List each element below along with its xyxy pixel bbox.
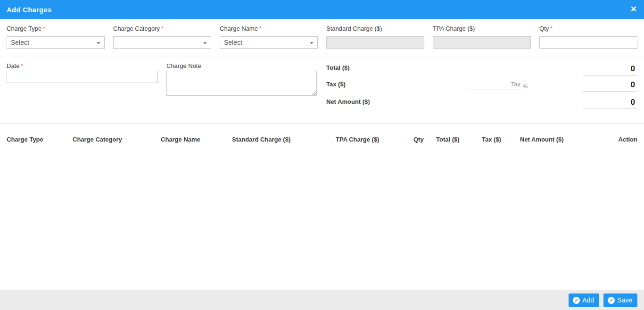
col-standard-charge: Standard Charge ($)	[232, 124, 336, 147]
charge-type-field: Charge Type* Select	[7, 25, 105, 57]
add-button[interactable]: ✓ Add	[569, 293, 599, 307]
charge-name-field: Charge Name* Select	[220, 25, 318, 57]
standard-charge-label: Standard Charge ($)	[326, 25, 424, 32]
close-icon[interactable]: ✕	[630, 5, 637, 14]
required-asterisk: *	[550, 25, 553, 32]
charge-type-select-value: Select	[11, 39, 29, 46]
charge-entry-row: Charge Type* Select Charge Category* Cha…	[0, 19, 644, 57]
charge-note-label-text: Charge Note	[166, 62, 201, 69]
col-tpa-charge: TPA Charge ($)	[336, 124, 413, 147]
required-asterisk: *	[21, 63, 23, 69]
add-button-label: Add	[582, 296, 594, 304]
net-amount-value: 0	[583, 98, 637, 109]
charge-name-label-text: Charge Name	[220, 25, 258, 32]
charge-name-select-value: Select	[224, 39, 242, 46]
chevron-down-icon	[203, 42, 207, 44]
date-note-totals-row: Date* Charge Note Total ($) 0 Tax ($) % …	[0, 57, 644, 124]
date-input[interactable]	[7, 71, 158, 83]
tpa-charge-input	[433, 36, 531, 49]
col-qty: Qty	[413, 124, 436, 147]
tax-percent-input[interactable]	[468, 80, 521, 90]
chevron-down-icon	[97, 42, 100, 44]
modal-header: Add Charges ✕	[0, 0, 644, 19]
col-net-amount: Net Amount ($)	[520, 124, 585, 147]
col-charge-name: Charge Name	[161, 124, 232, 147]
total-value: 0	[583, 64, 637, 75]
date-label: Date*	[7, 62, 23, 69]
check-circle-icon: ✓	[573, 297, 580, 304]
qty-label: Qty*	[539, 25, 637, 32]
required-asterisk: *	[43, 25, 45, 32]
chevron-down-icon	[310, 42, 314, 44]
charges-table: Charge Type Charge Category Charge Name …	[7, 124, 637, 147]
required-asterisk: *	[259, 25, 262, 32]
charges-table-area: Charge Type Charge Category Charge Name …	[0, 124, 644, 290]
charge-name-label: Charge Name*	[220, 25, 318, 32]
total-label: Total ($)	[326, 64, 350, 71]
tpa-charge-label: TPA Charge ($)	[433, 25, 531, 32]
col-tax: Tax ($)	[482, 124, 520, 147]
col-total: Total ($)	[436, 124, 482, 147]
modal-footer: ✓ Add ✓ Save	[0, 290, 644, 310]
col-charge-type: Charge Type	[7, 124, 73, 147]
charge-note-textarea[interactable]	[166, 71, 317, 96]
charge-category-select[interactable]	[113, 36, 211, 49]
charge-category-label: Charge Category*	[113, 25, 211, 32]
save-button[interactable]: ✓ Save	[603, 293, 637, 307]
tpa-charge-label-text: TPA Charge ($)	[433, 25, 475, 32]
percent-suffix: %	[523, 84, 528, 89]
charges-table-head: Charge Type Charge Category Charge Name …	[7, 124, 637, 147]
charge-type-select[interactable]: Select	[7, 36, 105, 49]
charge-category-field: Charge Category*	[113, 25, 211, 57]
charge-name-select[interactable]: Select	[220, 36, 318, 49]
charge-type-label: Charge Type*	[7, 25, 105, 32]
qty-field: Qty*	[539, 25, 637, 57]
charge-type-label-text: Charge Type	[7, 25, 41, 32]
qty-input[interactable]	[539, 36, 637, 49]
charge-category-label-text: Charge Category	[113, 25, 160, 32]
standard-charge-field: Standard Charge ($)	[326, 25, 424, 57]
standard-charge-input	[326, 36, 424, 49]
standard-charge-label-text: Standard Charge ($)	[326, 25, 382, 32]
tax-label: Tax ($)	[326, 81, 346, 88]
tax-value: 0	[583, 80, 637, 92]
tpa-charge-field: TPA Charge ($)	[433, 25, 531, 57]
qty-label-text: Qty	[539, 25, 549, 32]
save-button-label: Save	[617, 296, 632, 304]
modal-title: Add Charges	[7, 6, 52, 14]
required-asterisk: *	[161, 25, 164, 32]
charges-table-header-row: Charge Type Charge Category Charge Name …	[7, 124, 637, 147]
col-action: Action	[585, 124, 637, 147]
date-label-text: Date	[7, 62, 19, 69]
check-circle-icon: ✓	[608, 297, 615, 304]
add-charges-modal: Add Charges ✕ Charge Type* Select Charge…	[0, 0, 644, 310]
col-charge-category: Charge Category	[73, 124, 161, 147]
charge-note-label: Charge Note	[166, 62, 201, 69]
net-amount-label: Net Amount ($)	[326, 98, 370, 105]
